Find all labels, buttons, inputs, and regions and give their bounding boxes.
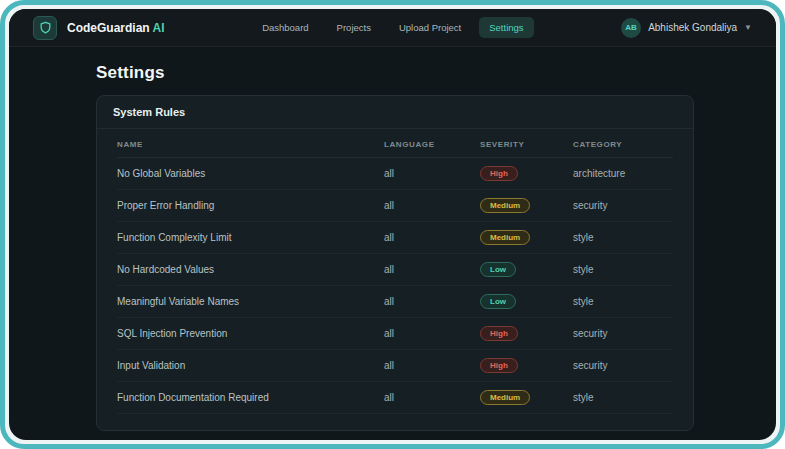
table-row: Proper Error HandlingallMediumsecurity (117, 190, 673, 222)
avatar: AB (621, 18, 641, 38)
device-frame: CodeGuardian AI DashboardProjectsUpload … (0, 0, 785, 449)
rule-category: architecture (573, 158, 673, 190)
rule-category: style (573, 382, 673, 414)
rule-severity-cell: Medium (480, 382, 573, 414)
table-row: SQL Injection PreventionallHighsecurity (117, 318, 673, 350)
rule-category: security (573, 318, 673, 350)
column-header-category: Category (573, 131, 673, 158)
severity-badge: High (480, 358, 518, 373)
app-window: CodeGuardian AI DashboardProjectsUpload … (9, 9, 776, 440)
main-content: Settings System Rules NameLanguageSeveri… (9, 47, 776, 440)
chevron-down-icon: ▼ (744, 23, 752, 32)
rule-severity-cell: Low (480, 286, 573, 318)
column-header-language: Language (384, 131, 480, 158)
system-rules-table: NameLanguageSeverityCategory No Global V… (117, 131, 673, 414)
table-row: No Global VariablesallHigharchitecture (117, 158, 673, 190)
brand-name-suffix: AI (153, 21, 165, 35)
table-header-row: NameLanguageSeverityCategory (117, 131, 673, 158)
system-rules-card-header: System Rules (97, 96, 693, 129)
rule-name: Function Complexity Limit (117, 222, 384, 254)
main-nav: DashboardProjectsUpload ProjectSettings (252, 17, 533, 38)
user-name: Abhishek Gondaliya (648, 22, 737, 33)
rule-category: security (573, 190, 673, 222)
rule-name: No Hardcoded Values (117, 254, 384, 286)
rule-language: all (384, 254, 480, 286)
rule-name: SQL Injection Prevention (117, 318, 384, 350)
severity-badge: Medium (480, 390, 530, 405)
nav-item-dashboard[interactable]: Dashboard (252, 17, 318, 38)
rule-language: all (384, 318, 480, 350)
severity-badge: Medium (480, 198, 530, 213)
rule-category: style (573, 222, 673, 254)
rule-severity-cell: Low (480, 254, 573, 286)
rule-language: all (384, 286, 480, 318)
rule-name: No Global Variables (117, 158, 384, 190)
system-rules-card: System Rules NameLanguageSeverityCategor… (96, 95, 694, 431)
column-header-name: Name (117, 131, 384, 158)
severity-badge: Medium (480, 230, 530, 245)
rule-severity-cell: High (480, 350, 573, 382)
column-header-severity: Severity (480, 131, 573, 158)
brand-name: CodeGuardian AI (67, 21, 165, 35)
rule-severity-cell: Medium (480, 190, 573, 222)
severity-badge: Low (480, 262, 516, 277)
rule-language: all (384, 190, 480, 222)
rule-language: all (384, 350, 480, 382)
rule-category: style (573, 254, 673, 286)
shield-icon (39, 21, 52, 34)
severity-badge: High (480, 326, 518, 341)
rule-name: Function Documentation Required (117, 382, 384, 414)
rule-name: Meaningful Variable Names (117, 286, 384, 318)
nav-item-projects[interactable]: Projects (327, 17, 381, 38)
rule-language: all (384, 382, 480, 414)
table-row: Input ValidationallHighsecurity (117, 350, 673, 382)
page-title: Settings (96, 63, 694, 83)
table-row: Function Documentation RequiredallMedium… (117, 382, 673, 414)
brand-name-main: CodeGuardian (67, 21, 150, 35)
severity-badge: High (480, 166, 518, 181)
table-row: Function Complexity LimitallMediumstyle (117, 222, 673, 254)
user-menu[interactable]: AB Abhishek Gondaliya ▼ (621, 18, 752, 38)
rule-language: all (384, 222, 480, 254)
system-rules-table-wrap: NameLanguageSeverityCategory No Global V… (97, 129, 693, 430)
nav-item-settings[interactable]: Settings (479, 17, 533, 38)
system-rules-title: System Rules (113, 106, 185, 118)
table-row: Meaningful Variable NamesallLowstyle (117, 286, 673, 318)
rule-name: Input Validation (117, 350, 384, 382)
rule-severity-cell: High (480, 158, 573, 190)
nav-item-upload-project[interactable]: Upload Project (389, 17, 471, 38)
rule-severity-cell: High (480, 318, 573, 350)
rule-name: Proper Error Handling (117, 190, 384, 222)
top-navbar: CodeGuardian AI DashboardProjectsUpload … (9, 9, 776, 47)
rule-severity-cell: Medium (480, 222, 573, 254)
rule-category: style (573, 286, 673, 318)
table-row: No Hardcoded ValuesallLowstyle (117, 254, 673, 286)
severity-badge: Low (480, 294, 516, 309)
brand-logo[interactable] (33, 16, 57, 40)
rule-language: all (384, 158, 480, 190)
rule-category: security (573, 350, 673, 382)
